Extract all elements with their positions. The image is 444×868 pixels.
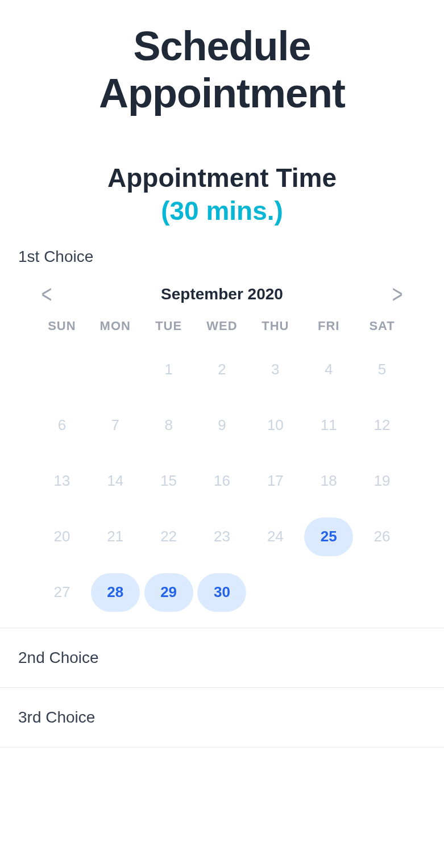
calendar-day: 18 xyxy=(304,462,353,500)
appointment-duration: (30 mins.) xyxy=(14,195,430,226)
calendar-day: 11 xyxy=(304,406,353,445)
calendar-day: 13 xyxy=(38,462,86,500)
calendar-dow: WED xyxy=(206,319,237,333)
calendar-prev-button[interactable]: < xyxy=(35,279,58,309)
calendar-day-empty xyxy=(251,573,300,612)
calendar-day: 5 xyxy=(358,350,406,389)
calendar-day: 12 xyxy=(358,406,406,445)
calendar-day: 26 xyxy=(358,518,406,556)
calendar-day: 16 xyxy=(197,462,246,500)
calendar-dow: SUN xyxy=(48,319,76,333)
calendar-day: 20 xyxy=(38,518,86,556)
calendar-day: 15 xyxy=(144,462,193,500)
calendar-month-year: September 2020 xyxy=(161,285,283,303)
calendar: < September 2020 > SUNMONTUEWEDTHUFRISAT… xyxy=(18,279,426,612)
calendar-day[interactable]: 28 xyxy=(91,573,140,612)
calendar-day: 14 xyxy=(91,462,140,500)
calendar-day: 1 xyxy=(144,350,193,389)
first-choice-label: 1st Choice xyxy=(18,248,426,266)
calendar-day[interactable]: 30 xyxy=(197,573,246,612)
calendar-dow: SAT xyxy=(369,319,395,333)
calendar-day[interactable]: 25 xyxy=(304,518,353,556)
calendar-day: 9 xyxy=(197,406,246,445)
divider xyxy=(0,747,444,748)
calendar-day: 3 xyxy=(251,350,300,389)
calendar-day: 21 xyxy=(91,518,140,556)
calendar-dow: TUE xyxy=(155,319,182,333)
calendar-day: 2 xyxy=(197,350,246,389)
calendar-grid: SUNMONTUEWEDTHUFRISAT1234567891011121314… xyxy=(35,319,409,612)
calendar-dow: FRI xyxy=(318,319,339,333)
calendar-day: 10 xyxy=(251,406,300,445)
calendar-day: 23 xyxy=(197,518,246,556)
third-choice-row[interactable]: 3rd Choice xyxy=(0,688,444,747)
calendar-day: 7 xyxy=(91,406,140,445)
calendar-header: < September 2020 > xyxy=(35,279,409,319)
calendar-day-empty xyxy=(91,350,140,389)
appointment-time-heading: Appointment Time (30 mins.) xyxy=(0,151,444,232)
page-title: Schedule Appointment xyxy=(0,0,444,151)
calendar-day[interactable]: 29 xyxy=(144,573,193,612)
calendar-day: 19 xyxy=(358,462,406,500)
calendar-day: 17 xyxy=(251,462,300,500)
second-choice-row[interactable]: 2nd Choice xyxy=(0,628,444,687)
calendar-day-empty xyxy=(38,350,86,389)
calendar-dow: MON xyxy=(100,319,131,333)
appointment-time-label: Appointment Time xyxy=(14,162,430,193)
calendar-dow: THU xyxy=(262,319,289,333)
first-choice-section: 1st Choice < September 2020 > SUNMONTUEW… xyxy=(0,232,444,628)
calendar-day-empty xyxy=(358,573,406,612)
calendar-day: 6 xyxy=(38,406,86,445)
calendar-next-button[interactable]: > xyxy=(386,279,409,309)
calendar-day-empty xyxy=(304,573,353,612)
calendar-day: 8 xyxy=(144,406,193,445)
calendar-day: 22 xyxy=(144,518,193,556)
calendar-day: 27 xyxy=(38,573,86,612)
calendar-day: 4 xyxy=(304,350,353,389)
calendar-day: 24 xyxy=(251,518,300,556)
